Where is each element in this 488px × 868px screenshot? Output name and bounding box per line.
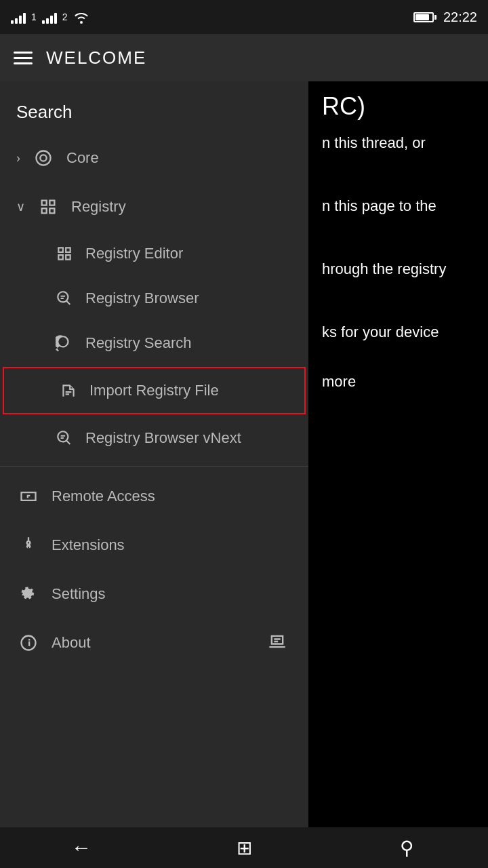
sidebar-item-settings[interactable]: Settings [0,570,308,618]
status-bar: 1 2 22:22 [0,0,488,34]
status-left: 1 2 [11,10,89,24]
sidebar-item-import-registry-file[interactable]: Import Registry File [3,367,306,414]
content-area: RC) n this thread, or n this page to the… [308,81,488,827]
top-bar: WELCOME [0,34,488,81]
about-label: About [52,634,91,652]
import-registry-icon [58,380,79,401]
time-display: 22:22 [443,9,477,25]
signal-icon-1 [11,10,26,24]
bottom-nav: ← ⊞ ⚲ [0,827,488,868]
home-icon: ⊞ [237,837,252,859]
sidebar-item-registry-editor[interactable]: Registry Editor [0,231,308,276]
import-registry-file-label: Import Registry File [89,382,219,399]
wifi-icon [73,10,89,24]
sidebar-item-extensions[interactable]: Extensions [0,521,308,570]
remote-access-label: Remote Access [52,488,155,505]
registry-editor-label: Registry Editor [85,245,183,262]
battery-icon [413,12,436,22]
registry-browser-label: Registry Browser [85,290,199,307]
extensions-label: Extensions [52,536,125,554]
sidebar-item-registry-browser[interactable]: Registry Browser [0,276,308,321]
divider-1 [0,466,308,467]
sidebar-item-about[interactable]: About [0,618,308,667]
about-icon [16,631,41,655]
settings-label: Settings [52,585,106,603]
registry-search-label: Registry Search [85,334,192,352]
sidebar-item-core[interactable]: › Core [0,134,308,182]
sim2-label: 2 [62,12,68,22]
registry-browser-icon [54,288,75,309]
chevron-right-icon: › [16,151,20,165]
chevron-down-icon: ∨ [16,199,25,214]
registry-browser-vnext-label: Registry Browser vNext [85,429,241,447]
content-line-3: n this page to the [308,174,488,237]
sidebar-item-registry-search[interactable]: Registry Search [0,321,308,366]
search-button[interactable]: ⚲ [380,827,434,868]
home-button[interactable]: ⊞ [217,827,271,868]
search-icon: ⚲ [400,837,414,859]
registry-editor-icon [54,243,75,264]
sidebar-item-registry-browser-vnext[interactable]: Registry Browser vNext [0,416,308,460]
sidebar: Search › Core ∨ Registry [0,81,308,827]
hamburger-button[interactable] [14,52,33,64]
content-line-2: n this thread, or [308,132,488,174]
core-icon [31,146,56,170]
settings-icon [16,582,41,606]
main-layout: Search › Core ∨ Registry [0,81,488,827]
back-icon: ← [71,836,92,859]
content-line-4: hrough the registry [308,237,488,300]
sidebar-item-remote-access[interactable]: Remote Access [0,472,308,521]
sidebar-item-registry[interactable]: ∨ Registry [0,182,308,231]
registry-icon [36,195,60,219]
status-right: 22:22 [413,9,477,25]
registry-browser-vnext-icon [54,428,75,448]
registry-label: Registry [71,198,126,216]
content-line-5: ks for your device [308,300,488,350]
content-line-1: RC) [308,81,488,132]
signal-icon-2 [42,10,57,24]
sim1-label: 1 [31,12,37,22]
app-title: WELCOME [46,47,146,68]
core-label: Core [66,149,99,167]
back-button[interactable]: ← [54,827,108,868]
remote-access-icon [16,484,41,509]
extensions-icon [16,533,41,557]
search-section: Search [0,81,308,134]
search-label: Search [16,102,72,122]
about-badge-icon [268,632,287,654]
content-line-6: more [308,350,488,399]
registry-search-icon [54,333,75,353]
